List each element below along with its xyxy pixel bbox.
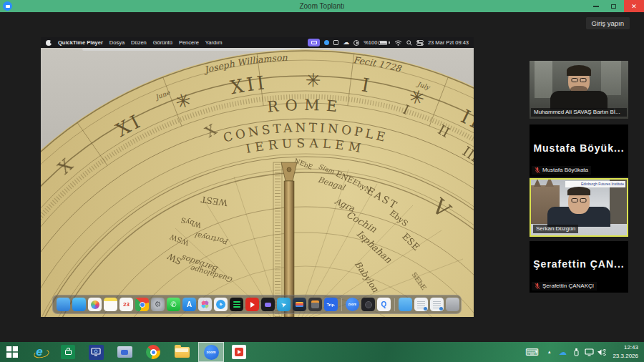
- minimize-button[interactable]: [588, 0, 604, 12]
- mic-muted-icon: [535, 167, 540, 174]
- clock-time: 12:43: [613, 343, 638, 352]
- menu-duzen[interactable]: Düzen: [131, 39, 147, 46]
- participant-tile-mustafa[interactable]: Mustafa Böyük... Mustafa Böyükata: [530, 124, 628, 177]
- glasses: [572, 198, 587, 202]
- participant-tile-serkan-active-speaker[interactable]: Edinburgh Futures Institute Serkan Düzgü…: [530, 178, 628, 237]
- trip-icon[interactable]: Trip.: [324, 298, 338, 311]
- apple-logo-icon[interactable]: [46, 40, 52, 46]
- screen-share-indicator-icon[interactable]: [308, 39, 320, 47]
- windows-taskbar: e zoom ⌨ ▴ ☁ 12:43 23.3.2026: [0, 342, 644, 362]
- battery-indicator: %100: [364, 39, 390, 46]
- screen-recorder-icon[interactable]: [231, 344, 247, 360]
- svg-text:ROME: ROME: [267, 97, 345, 116]
- window-title: Zoom Toplantı: [0, 0, 644, 12]
- close-button[interactable]: ✕: [624, 0, 644, 12]
- menu-yardim[interactable]: Yardım: [205, 39, 223, 46]
- glasses: [572, 78, 587, 82]
- trash-icon[interactable]: [446, 298, 459, 311]
- onedrive-icon[interactable]: ☁: [559, 342, 567, 362]
- folder-icon[interactable]: [399, 298, 412, 311]
- wifi-icon[interactable]: [394, 40, 402, 46]
- mac-menubar: QuickTime Player Dosya Düzen Görüntü Pen…: [41, 37, 474, 48]
- remote-search-app-icon[interactable]: [88, 344, 104, 360]
- zoom-meeting-window: Zoom Toplantı ✕ Giriş yapın QuickTime Pl…: [0, 0, 644, 362]
- arc-rome: ROME: [267, 97, 345, 116]
- telegram-icon[interactable]: ➤: [277, 298, 291, 311]
- participant-name-label: Mustafa Böyükata: [532, 166, 591, 175]
- photos-icon[interactable]: [88, 298, 102, 311]
- launchpad-icon[interactable]: [361, 298, 375, 311]
- participant-tile-muhammed[interactable]: Muhammed Ali SAVAŞ Bartın Bİ...: [530, 61, 628, 119]
- participant-tile-serafettin[interactable]: Şerafettin ÇAN... Şerafettin ÇANAKÇI: [530, 241, 628, 293]
- mic-muted-icon: [535, 283, 540, 290]
- menu-dosya[interactable]: Dosya: [109, 39, 125, 46]
- document-icon-2[interactable]: [430, 298, 444, 311]
- quicktime-icon[interactable]: Q: [377, 298, 391, 311]
- menu-pencere[interactable]: Pencere: [179, 39, 199, 46]
- zoom-dock-icon[interactable]: zoom: [346, 298, 359, 311]
- menubar-clock[interactable]: 23 Mar Pzt 09:43: [428, 39, 469, 46]
- file-explorer-icon[interactable]: [174, 344, 190, 360]
- participant-name-label: Şerafettin ÇANAKÇI: [532, 282, 597, 290]
- window-titlebar: Zoom Toplantı ✕: [0, 0, 644, 12]
- volume-icon[interactable]: [597, 342, 606, 362]
- cloud-status-icon[interactable]: ☁: [343, 39, 349, 46]
- participant-display-name: Mustafa Böyük...: [530, 142, 628, 154]
- mail-icon[interactable]: [72, 298, 86, 311]
- menubar-app-name[interactable]: QuickTime Player: [58, 39, 103, 46]
- wallet-icon[interactable]: [293, 298, 306, 311]
- touch-keyboard-icon[interactable]: ⌨: [525, 342, 539, 362]
- participant-body: [550, 91, 608, 109]
- notes-icon[interactable]: [104, 298, 117, 311]
- participant-name-label: Serkan Düzgün: [533, 225, 578, 233]
- document-icon-1[interactable]: [414, 298, 428, 311]
- shared-screen: QuickTime Player Dosya Düzen Görüntü Pen…: [41, 37, 474, 317]
- safari-icon[interactable]: [214, 298, 228, 311]
- youtube-icon[interactable]: [245, 298, 259, 311]
- meeting-area: Giriş yapın QuickTime Player Dosya Düzen…: [0, 12, 644, 342]
- chrome-taskbar-icon[interactable]: [145, 344, 161, 360]
- spotlight-search-icon[interactable]: [406, 40, 412, 46]
- sign-in-button[interactable]: Giriş yapın: [586, 17, 630, 29]
- internet-explorer-icon[interactable]: e: [31, 344, 47, 360]
- clock-date: 23.3.2026: [613, 352, 638, 361]
- play-status-icon[interactable]: [353, 40, 359, 46]
- restore-button[interactable]: [605, 0, 621, 12]
- communicator-app-icon[interactable]: [117, 344, 132, 360]
- battery-icon: [379, 41, 387, 45]
- zoom-taskbar-icon[interactable]: zoom: [203, 344, 219, 360]
- settings-icon[interactable]: ⚙: [151, 298, 165, 311]
- mac-dock: 23 ⚙ ✆ A ➤ Trip. zoom Q: [52, 295, 462, 314]
- participant-display-name: Şerafettin ÇAN...: [530, 258, 628, 270]
- appstore-icon[interactable]: A: [182, 298, 196, 311]
- taskbar-clock[interactable]: 12:43 23.3.2026: [613, 343, 638, 361]
- usb-device-icon[interactable]: [572, 342, 580, 362]
- tray-chevron-icon[interactable]: ▴: [548, 342, 551, 362]
- calculator-icon[interactable]: [308, 298, 322, 311]
- spotify-icon[interactable]: [230, 298, 243, 311]
- start-button[interactable]: [4, 344, 20, 360]
- dock-separator: [394, 298, 395, 311]
- status-dot-icon[interactable]: [324, 40, 329, 45]
- finder-icon[interactable]: [57, 298, 70, 311]
- participant-name-label: Muhammed Ali SAVAŞ Bartın Bİ...: [531, 108, 627, 117]
- sundial-photo: Joseph Williamson Fecit 1728 X ✳ XI ✳ XI…: [41, 48, 474, 317]
- network-display-icon[interactable]: [585, 342, 594, 362]
- menu-goruntu[interactable]: Görüntü: [153, 39, 172, 46]
- whatsapp-icon[interactable]: ✆: [167, 298, 180, 311]
- microsoft-store-icon[interactable]: [60, 344, 76, 360]
- dock-separator: [341, 298, 342, 311]
- gamecenter-icon[interactable]: [198, 298, 212, 311]
- menubar-box-icon[interactable]: [333, 40, 338, 45]
- battery-percent: %100: [364, 39, 377, 46]
- chat-app-icon[interactable]: [261, 298, 275, 311]
- chrome-dock-icon[interactable]: [135, 298, 149, 311]
- calendar-icon[interactable]: 23: [119, 298, 133, 311]
- control-center-icon[interactable]: [416, 40, 424, 46]
